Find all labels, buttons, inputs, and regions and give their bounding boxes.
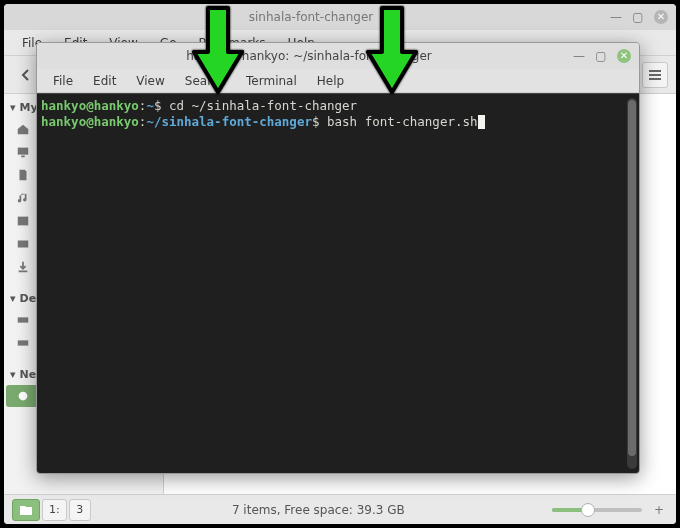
zoom-in-icon[interactable]: + xyxy=(650,503,668,517)
zoom-slider[interactable] xyxy=(552,508,642,512)
maximize-icon[interactable]: ▢ xyxy=(595,50,607,62)
document-icon xyxy=(16,168,30,182)
svg-rect-11 xyxy=(18,317,29,322)
fm-status-left-group: 1: 3 xyxy=(12,499,91,521)
list-view-button[interactable] xyxy=(642,62,668,88)
command-text: bash font-changer.sh xyxy=(327,114,478,129)
term-menu-terminal[interactable]: Terminal xyxy=(238,71,305,91)
breadcrumb-1[interactable]: 1: xyxy=(42,499,67,521)
command-text: cd ~/sinhala-font-changer xyxy=(169,98,357,113)
term-menu-file[interactable]: File xyxy=(45,71,81,91)
svg-rect-10 xyxy=(18,241,29,248)
term-menu-help[interactable]: Help xyxy=(309,71,352,91)
breadcrumb-2[interactable]: 3 xyxy=(69,499,91,521)
terminal-body[interactable]: hankyo@hankyo:~$ cd ~/sinhala-font-chang… xyxy=(37,93,639,473)
minimize-icon[interactable]: — xyxy=(610,11,622,23)
disk-icon xyxy=(16,313,30,327)
term-menu-search[interactable]: Search xyxy=(177,71,234,91)
network-icon xyxy=(16,389,30,403)
terminal-scrollbar[interactable] xyxy=(627,98,637,469)
desktop-icon xyxy=(16,145,30,159)
pictures-icon xyxy=(16,214,30,228)
chevron-down-icon: ▾ xyxy=(10,292,16,305)
chevron-down-icon: ▾ xyxy=(10,368,16,381)
music-icon xyxy=(16,191,30,205)
fm-window-controls: — ▢ ✕ xyxy=(610,10,668,24)
term-menu-edit[interactable]: Edit xyxy=(85,71,124,91)
downloads-icon xyxy=(16,260,30,274)
zoom-thumb[interactable] xyxy=(581,503,595,517)
prompt-user: hankyo@hankyo xyxy=(41,98,139,113)
term-window-controls: — ▢ ✕ xyxy=(573,49,631,63)
term-titlebar[interactable]: hankyo@hankyo: ~/sinhala-font-changer — … xyxy=(37,43,639,69)
term-menubar: File Edit View Search Terminal Help xyxy=(37,69,639,93)
fm-statusbar: 1: 3 7 items, Free space: 39.3 GB + xyxy=(4,494,676,524)
prompt-path: ~ xyxy=(146,98,154,113)
chevron-down-icon: ▾ xyxy=(10,101,16,114)
prompt-path: ~/sinhala-font-changer xyxy=(146,114,312,129)
svg-point-13 xyxy=(19,392,28,401)
zoom-group: + xyxy=(546,503,668,517)
prompt-user: hankyo@hankyo xyxy=(41,114,139,129)
terminal-window: hankyo@hankyo: ~/sinhala-font-changer — … xyxy=(36,42,640,474)
maximize-icon[interactable]: ▢ xyxy=(632,11,644,23)
status-text: 7 items, Free space: 39.3 GB xyxy=(97,503,540,517)
close-icon[interactable]: ✕ xyxy=(654,10,668,24)
disk-icon xyxy=(16,336,30,350)
terminal-cursor xyxy=(478,115,485,129)
scrollbar-thumb[interactable] xyxy=(628,100,636,456)
term-window-title: hankyo@hankyo: ~/sinhala-font-changer xyxy=(45,49,573,63)
home-icon xyxy=(16,122,30,136)
svg-rect-5 xyxy=(649,74,661,76)
minimize-icon[interactable]: — xyxy=(573,50,585,62)
close-icon[interactable]: ✕ xyxy=(617,49,631,63)
svg-rect-7 xyxy=(18,148,29,155)
arrow-left-icon xyxy=(18,67,34,83)
fm-titlebar[interactable]: sinhala-font-changer — ▢ ✕ xyxy=(4,4,676,30)
svg-rect-4 xyxy=(649,70,661,72)
fm-window-title: sinhala-font-changer xyxy=(12,10,610,24)
list-icon xyxy=(648,68,662,82)
svg-rect-12 xyxy=(18,340,29,345)
svg-rect-8 xyxy=(21,156,25,158)
videos-icon xyxy=(16,237,30,251)
folder-icon xyxy=(19,504,33,516)
terminal-line: hankyo@hankyo:~/sinhala-font-changer$ ba… xyxy=(41,114,635,130)
svg-rect-9 xyxy=(18,217,29,226)
terminal-line: hankyo@hankyo:~$ cd ~/sinhala-font-chang… xyxy=(41,98,635,114)
show-sidebar-button[interactable] xyxy=(12,499,40,521)
svg-rect-6 xyxy=(649,78,661,80)
term-menu-view[interactable]: View xyxy=(128,71,172,91)
